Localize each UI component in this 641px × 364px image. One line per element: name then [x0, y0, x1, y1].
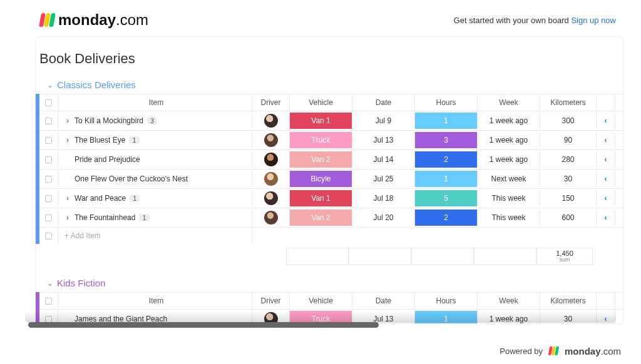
- table-row[interactable]: ›The Fountainhead1Van 2Jul 202This week6…: [39, 208, 623, 227]
- item-cell[interactable]: ›The Fountainhead1: [58, 210, 252, 226]
- date-cell[interactable]: Jul 9: [352, 113, 415, 129]
- extra-cell[interactable]: ‹: [597, 151, 615, 168]
- km-cell[interactable]: 30: [540, 311, 597, 324]
- week-cell[interactable]: 1 week ago: [478, 151, 540, 168]
- col-item: Item: [58, 94, 252, 111]
- week-cell[interactable]: 1 week ago: [478, 311, 540, 324]
- row-checkbox[interactable]: [45, 215, 52, 221]
- col-vehicle: Vehicle: [290, 94, 352, 111]
- chevron-right-icon[interactable]: ›: [64, 213, 71, 222]
- item-cell[interactable]: One Flew Over the Cuckoo's Nest: [58, 171, 252, 187]
- km-cell[interactable]: 280: [540, 151, 597, 168]
- brand-thin: .com: [116, 11, 148, 28]
- avatar[interactable]: [264, 114, 278, 128]
- signup-link[interactable]: Sign up now: [571, 16, 616, 25]
- date-cell[interactable]: Jul 13: [352, 132, 415, 148]
- driver-cell[interactable]: [252, 131, 290, 149]
- vehicle-cell[interactable]: Van 1: [290, 190, 352, 206]
- sum-week: [474, 248, 536, 265]
- horizontal-scrollbar[interactable]: [28, 322, 379, 328]
- table-row[interactable]: ›To Kill a Mockingbird3Van 1Jul 911 week…: [39, 111, 623, 130]
- row-checkbox[interactable]: [45, 156, 52, 163]
- avatar[interactable]: [264, 191, 278, 205]
- table-row[interactable]: Pride and PrejudiceVan 2Jul 1421 week ag…: [39, 149, 623, 169]
- week-cell[interactable]: This week: [478, 210, 540, 226]
- add-item-row[interactable]: + Add Item: [39, 227, 623, 244]
- select-all-checkbox[interactable]: [45, 99, 52, 106]
- count-badge: 1: [130, 195, 140, 202]
- extra-cell[interactable]: ‹: [597, 171, 615, 187]
- col-driver: Driver: [252, 293, 290, 309]
- table-row[interactable]: One Flew Over the Cuckoo's NestBicyleJul…: [39, 169, 623, 188]
- hours-cell[interactable]: 3: [415, 132, 478, 148]
- extra-cell[interactable]: ‹: [597, 190, 615, 206]
- hours-cell[interactable]: 1: [415, 311, 478, 324]
- km-cell[interactable]: 150: [540, 190, 597, 206]
- sum-date: [349, 248, 411, 265]
- board-title: Book Deliveries: [37, 47, 623, 76]
- vehicle-cell[interactable]: Van 2: [290, 151, 352, 168]
- item-cell[interactable]: ›The Bluest Eye1: [58, 132, 252, 148]
- avatar[interactable]: [264, 153, 278, 166]
- hours-cell[interactable]: 1: [415, 171, 478, 187]
- sum-km: 1,450 sum: [536, 248, 593, 265]
- item-cell[interactable]: ›To Kill a Mockingbird3: [58, 113, 252, 129]
- col-km: Kilometers: [540, 94, 597, 111]
- col-hours: Hours: [415, 94, 478, 111]
- date-cell[interactable]: Jul 14: [352, 151, 415, 168]
- sum-km-label: sum: [559, 257, 570, 263]
- row-checkbox[interactable]: [45, 176, 52, 183]
- hours-cell[interactable]: 2: [415, 210, 478, 226]
- week-cell[interactable]: 1 week ago: [478, 113, 540, 129]
- week-cell[interactable]: This week: [478, 190, 540, 206]
- km-cell[interactable]: 600: [540, 210, 597, 226]
- add-item-label[interactable]: + Add Item: [58, 228, 252, 244]
- vehicle-cell[interactable]: Bicyle: [290, 171, 352, 187]
- avatar[interactable]: [264, 172, 278, 186]
- date-cell[interactable]: Jul 20: [352, 210, 415, 226]
- brand-logo[interactable]: monday.com: [40, 11, 148, 29]
- row-checkbox[interactable]: [45, 195, 52, 202]
- km-cell[interactable]: 300: [540, 113, 597, 129]
- km-cell[interactable]: 90: [540, 132, 597, 148]
- chevron-right-icon[interactable]: ›: [64, 116, 71, 125]
- km-cell[interactable]: 30: [540, 171, 597, 187]
- driver-cell[interactable]: [252, 169, 290, 188]
- avatar[interactable]: [264, 133, 278, 147]
- avatar[interactable]: [264, 211, 278, 225]
- extra-cell[interactable]: ‹: [597, 132, 615, 148]
- checkbox[interactable]: [45, 233, 52, 240]
- row-checkbox[interactable]: [45, 316, 52, 323]
- hours-cell[interactable]: 1: [415, 113, 478, 129]
- group-header-classics[interactable]: ⌄ Classics Deliveries: [36, 78, 623, 94]
- chevron-right-icon[interactable]: ›: [64, 136, 71, 144]
- table-row[interactable]: ›The Bluest Eye1TruckJul 1331 week ago90…: [39, 130, 623, 149]
- select-all-checkbox[interactable]: [45, 298, 52, 305]
- driver-cell[interactable]: [252, 208, 290, 227]
- extra-cell[interactable]: ‹: [597, 210, 615, 226]
- driver-cell[interactable]: [252, 150, 290, 169]
- row-checkbox[interactable]: [45, 137, 52, 144]
- item-cell[interactable]: ›War and Peace1: [58, 190, 252, 206]
- week-cell[interactable]: 1 week ago: [478, 132, 540, 148]
- driver-cell[interactable]: [252, 189, 290, 208]
- chevron-right-icon[interactable]: ›: [64, 194, 71, 203]
- hours-cell[interactable]: 5: [415, 190, 478, 206]
- extra-cell[interactable]: ‹: [597, 311, 615, 324]
- count-badge: 1: [139, 214, 149, 221]
- extra-cell[interactable]: ‹: [597, 113, 615, 129]
- col-date: Date: [352, 293, 415, 309]
- item-cell[interactable]: Pride and Prejudice: [58, 151, 252, 168]
- date-cell[interactable]: Jul 18: [352, 190, 415, 206]
- vehicle-cell[interactable]: Van 1: [290, 113, 352, 129]
- footer-text: Powered by: [500, 346, 543, 356]
- vehicle-cell[interactable]: Van 2: [290, 210, 352, 226]
- group-header-kids[interactable]: ⌄ Kids Fiction: [36, 276, 623, 292]
- week-cell[interactable]: Next week: [478, 171, 540, 187]
- row-checkbox[interactable]: [45, 118, 52, 124]
- date-cell[interactable]: Jul 25: [352, 171, 415, 187]
- vehicle-cell[interactable]: Truck: [290, 132, 352, 148]
- table-row[interactable]: ›War and Peace1Van 1Jul 185This week150‹: [39, 188, 623, 208]
- hours-cell[interactable]: 2: [415, 151, 478, 168]
- driver-cell[interactable]: [252, 111, 290, 130]
